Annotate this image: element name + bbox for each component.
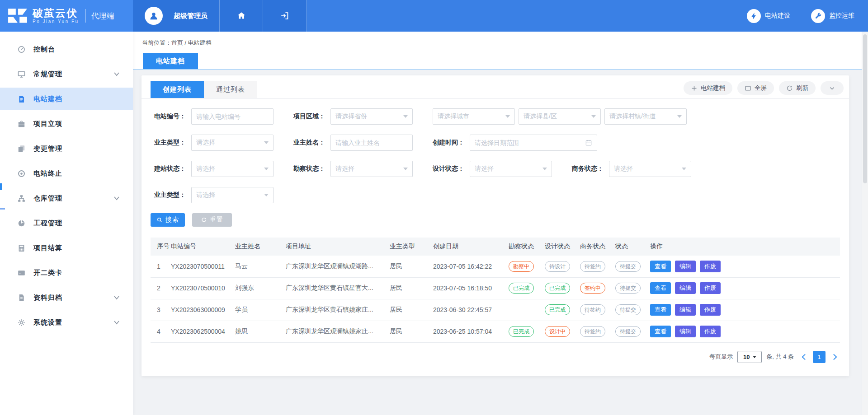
edit-button[interactable]: 编辑 xyxy=(675,326,696,337)
sidebar-item-change-management[interactable]: 变更管理 xyxy=(0,137,133,160)
pagination: 每页显示 10 条, 共 4 条 1 xyxy=(142,351,849,363)
chevron-down-icon xyxy=(114,196,119,201)
chevron-down-icon xyxy=(264,168,269,170)
station-code: YX2023070500010 xyxy=(171,277,235,299)
sidebar-item-engineering-management[interactable]: 工程管理 xyxy=(0,212,133,234)
home-button[interactable] xyxy=(220,0,263,32)
design-status-select[interactable]: 请选择 xyxy=(470,161,552,177)
chevron-down-icon xyxy=(114,320,119,325)
void-button[interactable]: 作废 xyxy=(700,282,721,294)
view-button[interactable]: 查看 xyxy=(650,261,671,272)
design-status-cell: 已完成 xyxy=(545,299,580,321)
search-button[interactable]: 搜索 xyxy=(151,213,185,227)
actions-cell: 查看编辑作废 xyxy=(650,321,840,342)
sitemap-icon xyxy=(17,194,26,203)
status-pill: 勘察中 xyxy=(509,261,534,272)
business-status-cell: 待签约 xyxy=(580,299,615,321)
chevron-down-icon xyxy=(753,356,756,358)
nav-station-construction[interactable]: 电站建设 xyxy=(747,9,790,23)
sidebar-item-warehouse-management[interactable]: 仓库管理 xyxy=(0,187,133,210)
fullscreen-button[interactable]: 全屏 xyxy=(737,81,774,95)
column-header: 电站编号 xyxy=(171,238,235,256)
sidebar-item-label: 系统设置 xyxy=(33,318,62,327)
sidebar-item-station-termination[interactable]: 电站终止 xyxy=(0,162,133,185)
brand-divider xyxy=(85,9,86,23)
sidebar-scroll-marker xyxy=(0,208,5,210)
filter-label: 业主类型： xyxy=(151,139,191,147)
page-tab-station-archive[interactable]: 电站建档 xyxy=(143,53,198,69)
tab-passed-list[interactable]: 通过列表 xyxy=(204,81,257,98)
sidebar-item-console[interactable]: 控制台 xyxy=(0,38,133,61)
void-button[interactable]: 作废 xyxy=(700,326,721,337)
survey-status-cell: 已完成 xyxy=(509,277,545,299)
current-page-button[interactable]: 1 xyxy=(813,351,826,363)
sidebar-item-label: 仓库管理 xyxy=(33,194,62,203)
business-status-select[interactable]: 请选择 xyxy=(609,161,691,177)
business-status-cell: 待签约 xyxy=(580,321,615,342)
logout-icon xyxy=(280,11,290,21)
nav-monitoring-operation[interactable]: 监控运维 xyxy=(811,9,854,23)
chevron-left-icon xyxy=(801,354,806,360)
status-pill: 已完成 xyxy=(509,326,534,337)
business-status-cell: 签约中 xyxy=(580,277,615,299)
table-row: 1YX2023070500011马云广东深圳龙华区观澜镇观湖路...居民2023… xyxy=(151,256,840,277)
create-station-button[interactable]: 电站建档 xyxy=(684,81,732,95)
home-icon xyxy=(236,11,246,21)
tab-create-list[interactable]: 创建列表 xyxy=(151,81,204,98)
village-select[interactable]: 请选择村镇/街道 xyxy=(604,108,687,125)
sidebar-item-project-initiation[interactable]: 项目立项 xyxy=(0,112,133,135)
filter-label: 商务状态： xyxy=(568,165,609,173)
page-size-select[interactable]: 10 xyxy=(737,351,762,363)
city-select[interactable]: 请选择城市 xyxy=(433,108,515,125)
build-status-select[interactable]: 请选择 xyxy=(191,161,274,177)
reset-button[interactable]: 重置 xyxy=(192,213,232,227)
owner-type-select-2[interactable]: 请选择 xyxy=(191,187,274,203)
sidebar-item-general-management[interactable]: 常规管理 xyxy=(0,63,133,85)
province-select[interactable]: 请选择省份 xyxy=(330,108,413,125)
owner-name: 刘强东 xyxy=(235,277,286,299)
sidebar-item-data-archive[interactable]: 资料归档 xyxy=(0,286,133,309)
station-code-input[interactable] xyxy=(196,113,269,120)
edit-button[interactable]: 编辑 xyxy=(675,282,696,294)
filter-label: 业主类型： xyxy=(151,191,191,199)
chevron-down-icon xyxy=(542,168,547,170)
survey-status-select[interactable]: 请选择 xyxy=(330,161,413,177)
owner-type-select[interactable]: 请选择 xyxy=(191,135,274,151)
collapse-button[interactable] xyxy=(821,81,844,95)
business-status-cell: 待签约 xyxy=(580,256,615,277)
sidebar-item-type2-card[interactable]: 开二类卡 xyxy=(0,261,133,284)
row-index: 2 xyxy=(151,277,171,299)
chevron-down-icon xyxy=(829,85,835,92)
create-time-range[interactable] xyxy=(475,139,585,146)
view-button[interactable]: 查看 xyxy=(650,326,671,337)
edit-button[interactable]: 编辑 xyxy=(675,304,696,316)
chevron-down-icon xyxy=(264,194,269,196)
refresh-button[interactable]: 刷新 xyxy=(779,81,816,95)
view-button[interactable]: 查看 xyxy=(650,282,671,294)
table-row: 2YX2023070500010刘强东广东深圳龙华区黄石镇星官大...居民202… xyxy=(151,277,840,299)
gear-icon xyxy=(17,318,26,327)
chevron-down-icon xyxy=(264,141,269,144)
status-pill: 待提交 xyxy=(615,283,641,294)
sidebar-item-station-archive[interactable]: 电站建档 xyxy=(0,88,133,110)
void-button[interactable]: 作废 xyxy=(700,261,721,272)
scrollbar-thumb[interactable] xyxy=(863,34,867,183)
prev-page-button[interactable] xyxy=(798,351,808,363)
logout-button[interactable] xyxy=(263,0,307,32)
sidebar-item-system-settings[interactable]: 系统设置 xyxy=(0,311,133,334)
wrench-icon xyxy=(811,9,825,23)
filter-label: 建站状态： xyxy=(151,165,191,173)
circle-dot-icon xyxy=(17,169,26,178)
next-page-button[interactable] xyxy=(830,351,840,363)
survey-status-cell: 勘察中 xyxy=(509,256,545,277)
create-date: 2023-07-05 16:42:22 xyxy=(433,256,509,277)
table-row: 4YX2023062500004姚思广东深圳龙华区观澜镇姚家庄...居民2023… xyxy=(151,321,840,342)
sidebar-item-project-settlement[interactable]: 项目结算 xyxy=(0,237,133,259)
status-pill: 待提交 xyxy=(615,326,641,337)
view-button[interactable]: 查看 xyxy=(650,304,671,316)
user-menu[interactable]: 超级管理员 xyxy=(133,0,220,32)
owner-name-input[interactable] xyxy=(335,139,408,146)
void-button[interactable]: 作废 xyxy=(700,304,721,316)
county-select[interactable]: 请选择县/区 xyxy=(519,108,601,125)
edit-button[interactable]: 编辑 xyxy=(675,261,696,272)
